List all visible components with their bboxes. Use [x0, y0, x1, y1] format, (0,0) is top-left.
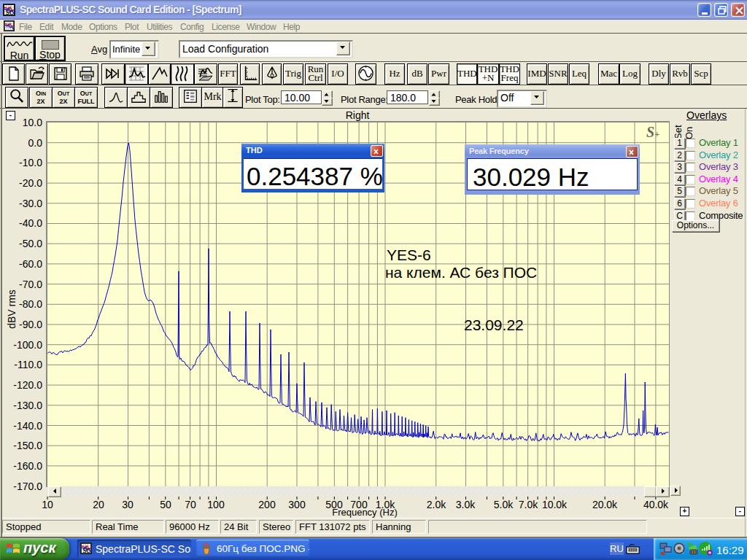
svg-text:SC: SC: [83, 548, 90, 554]
svg-text:SC: SC: [6, 9, 13, 16]
